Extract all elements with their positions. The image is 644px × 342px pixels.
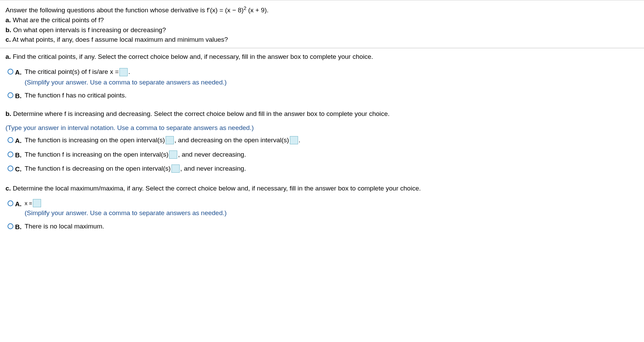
part-b-prompt-text: Determine where f is increasing and decr… (11, 110, 390, 117)
sub-question-c: c. At what points, if any, does f assume… (5, 35, 639, 44)
opt-text-before: x = (25, 199, 32, 207)
question-container: Answer the following questions about the… (0, 0, 644, 238)
sub-a-text: What are the critical points of f? (11, 16, 104, 24)
radio-wrap (5, 136, 15, 143)
option-letter: A. (15, 199, 25, 209)
radio-wrap (5, 67, 15, 75)
option-letter: B. (15, 91, 25, 101)
sub-question-a: a. What are the critical points of f? (5, 16, 639, 25)
main-question-text-1: Answer the following questions about the… (5, 6, 209, 14)
radio-wrap (5, 164, 15, 171)
option-letter: B. (15, 150, 25, 160)
answer-input-box[interactable] (290, 136, 298, 144)
option-text-line: x = (25, 199, 639, 207)
seg1: The function is increasing on the open i… (25, 136, 165, 145)
radio-button[interactable] (8, 166, 13, 171)
option-text: There is no local maximum. (25, 222, 639, 231)
opt-text-before: The function f has no critical points. (25, 92, 127, 99)
radio-wrap (5, 150, 15, 157)
opt-text-before: The critical point(s) of f is/are x = (25, 67, 119, 77)
option-text: The function f has no critical points. (25, 91, 639, 100)
answer-input-box[interactable] (169, 150, 177, 159)
part-c-option-b: B. There is no local maximum. (5, 222, 639, 232)
part-c-label: c. (5, 185, 11, 192)
option-hint: (Simplify your answer. Use a comma to se… (25, 78, 639, 87)
radio-button[interactable] (8, 152, 13, 157)
sub-a-label: a. (5, 16, 11, 24)
option-text: The critical point(s) of f is/are x = . … (25, 67, 639, 87)
sub-b-text: On what open intervals is f increasing o… (11, 26, 166, 34)
radio-button[interactable] (8, 223, 13, 229)
radio-wrap (5, 91, 15, 98)
option-text: x = (Simplify your answer. Use a comma t… (25, 199, 639, 218)
option-text: The function is increasing on the open i… (25, 136, 639, 145)
seg2: , and never decreasing. (178, 150, 246, 159)
part-a-prompt-text: Find the critical points, if any. Select… (11, 53, 373, 60)
part-c-option-a: A. x = (Simplify your answer. Use a comm… (5, 199, 639, 218)
option-hint: (Simplify your answer. Use a comma to se… (25, 209, 639, 218)
option-letter: A. (15, 136, 25, 146)
part-a-label: a. (5, 53, 11, 60)
part-a-option-b: B. The function f has no critical points… (5, 91, 639, 101)
part-b-option-a: A. The function is increasing on the ope… (5, 136, 639, 146)
option-text-line: The critical point(s) of f is/are x = . (25, 67, 639, 77)
main-question-text-3: (x + 9). (246, 6, 269, 14)
seg2: , and decreasing on the open interval(s) (175, 136, 289, 145)
part-b-option-c: C. The function f is decreasing on the o… (5, 164, 639, 174)
radio-button[interactable] (8, 200, 13, 206)
question-header: Answer the following questions about the… (0, 0, 644, 48)
seg2: , and never increasing. (180, 164, 246, 173)
seg1: The function f is increasing on the open… (25, 150, 168, 159)
seg1: The function f is decreasing on the open… (25, 164, 171, 173)
main-question-text-2: (x) = (x − 8) (210, 6, 244, 14)
radio-button[interactable] (8, 137, 13, 143)
part-a-option-a: A. The critical point(s) of f is/are x =… (5, 67, 639, 87)
answer-input-box[interactable] (119, 68, 128, 76)
answer-input-box[interactable] (171, 165, 180, 173)
option-letter: C. (15, 164, 25, 174)
option-text: The function f is decreasing on the open… (25, 164, 639, 173)
sub-b-label: b. (5, 26, 11, 34)
part-b-hint: (Type your answer in interval notation. … (5, 123, 639, 133)
sub-c-label: c. (5, 36, 11, 43)
part-b-label: b. (5, 110, 11, 117)
radio-wrap (5, 199, 15, 206)
answer-input-box[interactable] (33, 199, 41, 207)
part-a-prompt: a. Find the critical points, if any. Sel… (5, 52, 639, 62)
sub-question-b: b. On what open intervals is f increasin… (5, 26, 639, 35)
part-c-prompt: c. Determine the local maximum/maxima, i… (5, 184, 639, 193)
option-text: The function f is increasing on the open… (25, 150, 639, 159)
part-b-section: b. Determine where f is increasing and d… (0, 107, 644, 182)
option-letter: B. (15, 222, 25, 232)
part-a-section: a. Find the critical points, if any. Sel… (0, 48, 644, 107)
answer-input-box[interactable] (166, 136, 174, 144)
seg3: . (299, 136, 300, 145)
main-question: Answer the following questions about the… (5, 5, 639, 15)
option-letter: A. (15, 67, 25, 78)
exponent: 2 (244, 5, 246, 11)
radio-button[interactable] (8, 69, 13, 75)
part-b-prompt: b. Determine where f is increasing and d… (5, 109, 639, 119)
part-c-section: c. Determine the local maximum/maxima, i… (0, 182, 644, 238)
part-c-prompt-text: Determine the local maximum/maxima, if a… (11, 185, 421, 192)
radio-wrap (5, 222, 15, 229)
radio-button[interactable] (8, 92, 13, 98)
sub-c-text: At what points, if any, does f assume lo… (11, 36, 228, 43)
opt-text-before: There is no local maximum. (25, 223, 104, 230)
part-b-option-b: B. The function f is increasing on the o… (5, 150, 639, 160)
opt-text-after: . (128, 67, 130, 77)
